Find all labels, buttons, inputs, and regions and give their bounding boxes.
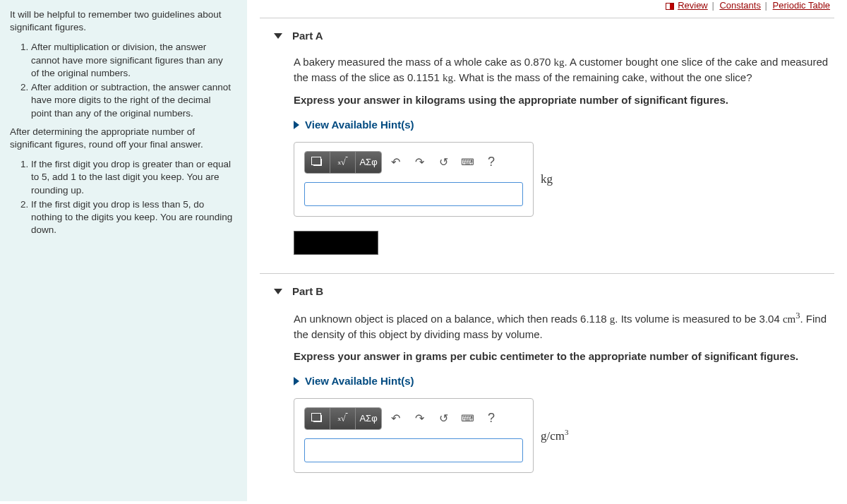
part-b: Part B An unknown object is placed on a … — [260, 281, 834, 487]
unit-label-b: g/cm3 — [541, 427, 569, 444]
rule-item: After addition or subtraction, the answe… — [31, 81, 237, 120]
sidebar-rounding-list: If the first digit you drop is greater t… — [10, 158, 237, 236]
help-icon[interactable]: ? — [481, 408, 502, 429]
part-a-body: A bakery measured the mass of a whole ca… — [274, 54, 834, 255]
periodic-table-link[interactable]: Periodic Table — [773, 0, 830, 11]
chevron-down-icon — [274, 289, 282, 294]
divider — [260, 18, 834, 18]
sidebar-after-rules: After determining the appropriate number… — [10, 126, 237, 151]
answer-box-b: x√ ΑΣφ ↶ ↷ ↺ ⌨ ? — [294, 398, 534, 473]
keyboard-icon[interactable]: ⌨ — [457, 408, 478, 429]
constants-link[interactable]: Constants — [719, 0, 761, 11]
templates-icon[interactable] — [305, 152, 330, 173]
sidebar-guidelines: It will be helpful to remember two guide… — [0, 0, 247, 501]
reset-icon[interactable]: ↺ — [433, 152, 454, 173]
undo-icon[interactable]: ↶ — [385, 152, 406, 173]
submit-button[interactable] — [294, 231, 378, 255]
greek-icon[interactable]: ΑΣφ — [356, 152, 381, 173]
redo-icon[interactable]: ↷ — [409, 152, 430, 173]
rule-item: After multiplication or division, the an… — [31, 41, 237, 80]
part-a: Part A A bakery measured the mass of a w… — [260, 25, 834, 269]
answer-input-b[interactable] — [304, 438, 523, 462]
top-links: Review | Constants | Periodic Table — [260, 0, 834, 13]
part-b-title: Part B — [292, 285, 323, 297]
help-icon[interactable]: ? — [481, 152, 502, 173]
page-container: It will be helpful to remember two guide… — [0, 0, 847, 501]
flag-icon — [666, 3, 674, 10]
templates-icon[interactable] — [305, 408, 330, 429]
part-a-question: A bakery measured the mass of a whole ca… — [294, 54, 834, 85]
reset-icon[interactable]: ↺ — [433, 408, 454, 429]
greek-icon[interactable]: ΑΣφ — [356, 408, 381, 429]
part-a-header[interactable]: Part A — [274, 30, 834, 42]
view-hints-button[interactable]: View Available Hint(s) — [294, 117, 414, 132]
part-a-instruction: Express your answer in kilograms using t… — [294, 92, 834, 107]
keyboard-icon[interactable]: ⌨ — [457, 152, 478, 173]
sidebar-rules-list: After multiplication or division, the an… — [10, 41, 237, 119]
format-tool-group: x√ ΑΣφ — [304, 407, 382, 430]
redo-icon[interactable]: ↷ — [409, 408, 430, 429]
answer-toolbar: x√ ΑΣφ ↶ ↷ ↺ ⌨ ? — [304, 151, 523, 174]
divider — [260, 273, 834, 274]
part-a-title: Part A — [292, 30, 323, 42]
part-b-body: An unknown object is placed on a balance… — [274, 310, 834, 473]
sqrt-icon[interactable]: x√ — [330, 408, 356, 429]
answer-box-a: x√ ΑΣφ ↶ ↷ ↺ ⌨ ? — [294, 142, 534, 217]
main-content: Review | Constants | Periodic Table Part… — [247, 0, 847, 501]
answer-toolbar: x√ ΑΣφ ↶ ↷ ↺ ⌨ ? — [304, 407, 523, 430]
part-b-question: An unknown object is placed on a balance… — [294, 310, 834, 342]
unit-label-a: kg — [541, 171, 553, 188]
round-item: If the first digit you drop is greater t… — [31, 158, 237, 197]
view-hints-button[interactable]: View Available Hint(s) — [294, 373, 414, 388]
chevron-right-icon — [294, 121, 299, 129]
sqrt-icon[interactable]: x√ — [330, 152, 356, 173]
chevron-right-icon — [294, 377, 299, 385]
round-item: If the first digit you drop is less than… — [31, 198, 237, 237]
chevron-down-icon — [274, 33, 282, 39]
part-b-header[interactable]: Part B — [274, 285, 834, 297]
sidebar-intro: It will be helpful to remember two guide… — [10, 8, 237, 34]
format-tool-group: x√ ΑΣφ — [304, 151, 382, 174]
undo-icon[interactable]: ↶ — [385, 408, 406, 429]
answer-input-a[interactable] — [304, 182, 523, 206]
review-link[interactable]: Review — [678, 0, 708, 11]
part-b-instruction: Express your answer in grams per cubic c… — [294, 349, 834, 364]
